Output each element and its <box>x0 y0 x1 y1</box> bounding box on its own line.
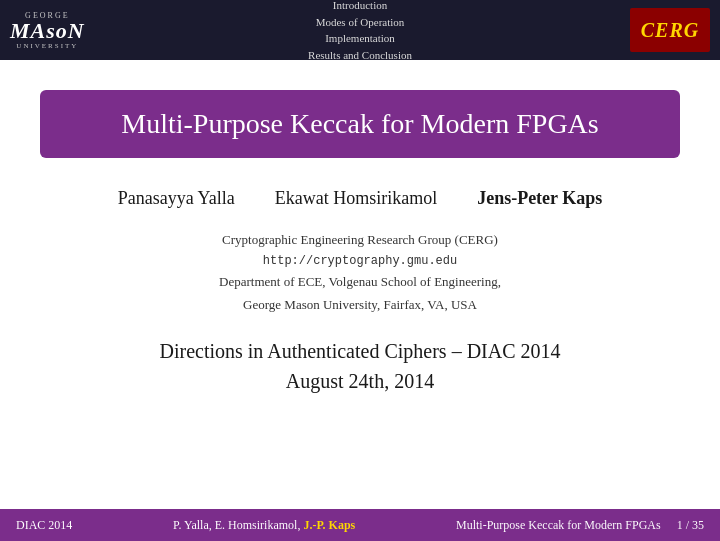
nav-item-modes[interactable]: Modes of Operation <box>308 14 412 31</box>
institution-group: Cryptographic Engineering Research Group… <box>40 229 680 251</box>
nav-item-impl[interactable]: Implementation <box>308 30 412 47</box>
mason-text: MAsoN <box>10 20 85 42</box>
footer-authors-highlight: J.-P. Kaps <box>303 518 355 532</box>
cerg-text: CERG <box>641 19 699 42</box>
slide-title: Multi-Purpose Keccak for Modern FPGAs <box>70 108 650 140</box>
title-box: Multi-Purpose Keccak for Modern FPGAs <box>40 90 680 158</box>
nav-item-results[interactable]: Results and Conclusion <box>308 47 412 64</box>
institution-address: George Mason University, Fairfax, VA, US… <box>40 294 680 316</box>
cerg-logo: CERG <box>630 8 710 52</box>
slide-content: Multi-Purpose Keccak for Modern FPGAs Pa… <box>0 60 720 416</box>
institution-block: Cryptographic Engineering Research Group… <box>40 229 680 316</box>
footer-page-number: 1 / 35 <box>677 518 704 533</box>
footer-authors-normal: P. Yalla, E. Homsirikamol, <box>173 518 300 532</box>
conference-line1: Directions in Authenticated Ciphers – DI… <box>40 336 680 366</box>
mason-logo-group: GEORGE MAsoN UNIVERSITY <box>10 11 85 50</box>
footer-event: DIAC 2014 <box>16 518 72 533</box>
author-2: Ekawat Homsirikamol <box>275 188 437 209</box>
mason-logo: GEORGE MAsoN UNIVERSITY <box>10 11 85 50</box>
nav-item-intro[interactable]: Introduction <box>308 0 412 14</box>
header-bar: GEORGE MAsoN UNIVERSITY Introduction Mod… <box>0 0 720 60</box>
author-1: Panasayya Yalla <box>118 188 235 209</box>
footer-slide-title: Multi-Purpose Keccak for Modern FPGAs <box>456 518 677 533</box>
conference-block: Directions in Authenticated Ciphers – DI… <box>40 336 680 396</box>
institution-dept: Department of ECE, Volgenau School of En… <box>40 271 680 293</box>
authors-list: Panasayya Yalla Ekawat Homsirikamol Jens… <box>40 188 680 209</box>
slide-nav: Introduction Modes of Operation Implemen… <box>308 0 412 63</box>
conference-line2: August 24th, 2014 <box>40 366 680 396</box>
university-text: UNIVERSITY <box>16 42 78 50</box>
footer-right: Multi-Purpose Keccak for Modern FPGAs 1 … <box>456 518 704 533</box>
footer-bar: DIAC 2014 P. Yalla, E. Homsirikamol, J.-… <box>0 509 720 541</box>
institution-url: http://cryptography.gmu.edu <box>40 251 680 271</box>
author-3: Jens-Peter Kaps <box>477 188 602 209</box>
footer-authors: P. Yalla, E. Homsirikamol, J.-P. Kaps <box>173 518 355 533</box>
